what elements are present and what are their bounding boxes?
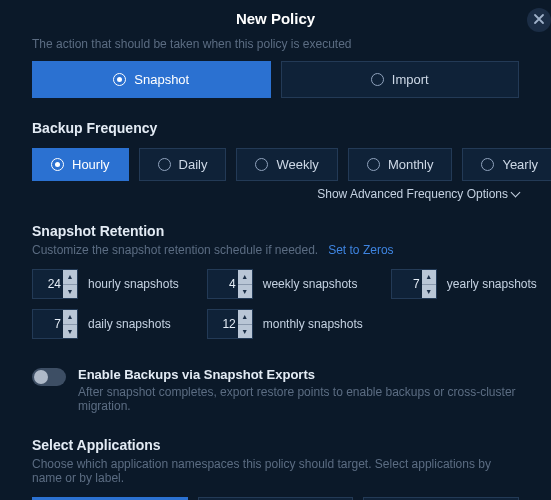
frequency-daily-option[interactable]: Daily	[139, 148, 227, 181]
applications-description: Choose which application namespaces this…	[32, 457, 519, 485]
radio-icon	[51, 158, 64, 171]
action-snapshot-label: Snapshot	[134, 72, 189, 87]
close-button[interactable]	[527, 8, 551, 32]
enable-exports-toggle[interactable]	[32, 368, 66, 386]
toggle-knob	[34, 370, 48, 384]
stepper-up-icon[interactable]: ▲	[63, 270, 77, 285]
daily-retention-label: daily snapshots	[88, 317, 171, 331]
stepper-up-icon[interactable]: ▲	[238, 310, 252, 325]
weekly-retention-label: weekly snapshots	[263, 277, 358, 291]
frequency-hourly-option[interactable]: Hourly	[32, 148, 129, 181]
stepper-up-icon[interactable]: ▲	[63, 310, 77, 325]
stepper-down-icon[interactable]: ▼	[63, 325, 77, 339]
stepper-down-icon[interactable]: ▼	[63, 285, 77, 299]
frequency-weekly-label: Weekly	[276, 157, 318, 172]
enable-exports-description: After snapshot completes, export restore…	[78, 385, 519, 413]
action-description: The action that should be taken when thi…	[32, 37, 519, 51]
daily-retention-input[interactable]: ▲▼	[32, 309, 78, 339]
yearly-retention-input[interactable]: ▲▼	[391, 269, 437, 299]
frequency-daily-label: Daily	[179, 157, 208, 172]
frequency-yearly-label: Yearly	[502, 157, 538, 172]
radio-icon	[158, 158, 171, 171]
weekly-retention-input[interactable]: ▲▼	[207, 269, 253, 299]
frequency-title: Backup Frequency	[32, 120, 519, 136]
stepper-down-icon[interactable]: ▼	[238, 285, 252, 299]
stepper-up-icon[interactable]: ▲	[422, 270, 436, 285]
enable-exports-label: Enable Backups via Snapshot Exports	[78, 367, 519, 382]
frequency-yearly-option[interactable]: Yearly	[462, 148, 551, 181]
applications-title: Select Applications	[32, 437, 519, 453]
hourly-retention-input[interactable]: ▲▼	[32, 269, 78, 299]
action-import-option[interactable]: Import	[281, 61, 520, 98]
yearly-retention-label: yearly snapshots	[447, 277, 537, 291]
radio-icon	[371, 73, 384, 86]
radio-icon	[367, 158, 380, 171]
advanced-frequency-label: Show Advanced Frequency Options	[317, 187, 508, 201]
monthly-retention-label: monthly snapshots	[263, 317, 363, 331]
hourly-retention-label: hourly snapshots	[88, 277, 179, 291]
radio-icon	[481, 158, 494, 171]
retention-title: Snapshot Retention	[32, 223, 519, 239]
action-snapshot-option[interactable]: Snapshot	[32, 61, 271, 98]
frequency-options: Hourly Daily Weekly Monthly Yearly	[32, 148, 519, 181]
radio-icon	[113, 73, 126, 86]
stepper-up-icon[interactable]: ▲	[238, 270, 252, 285]
retention-description: Customize the snapshot retention schedul…	[32, 243, 318, 257]
frequency-weekly-option[interactable]: Weekly	[236, 148, 337, 181]
radio-icon	[255, 158, 268, 171]
frequency-hourly-label: Hourly	[72, 157, 110, 172]
action-segmented: Snapshot Import	[32, 61, 519, 98]
set-to-zeros-link[interactable]: Set to Zeros	[328, 243, 393, 257]
frequency-monthly-label: Monthly	[388, 157, 434, 172]
close-icon	[533, 13, 545, 28]
monthly-retention-input[interactable]: ▲▼	[207, 309, 253, 339]
advanced-frequency-link[interactable]: Show Advanced Frequency Options	[32, 187, 519, 201]
retention-grid: ▲▼ hourly snapshots ▲▼ daily snapshots ▲…	[32, 269, 519, 339]
frequency-monthly-option[interactable]: Monthly	[348, 148, 453, 181]
stepper-down-icon[interactable]: ▼	[422, 285, 436, 299]
action-import-label: Import	[392, 72, 429, 87]
stepper-down-icon[interactable]: ▼	[238, 325, 252, 339]
dialog-title: New Policy	[0, 0, 551, 37]
chevron-down-icon	[511, 188, 521, 198]
